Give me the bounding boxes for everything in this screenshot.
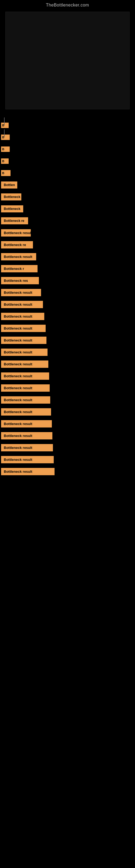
result-label: Bottleneck result <box>1 420 52 428</box>
result-label: Bottleneck r <box>1 193 21 200</box>
result-row: Bottleneck re <box>0 239 135 251</box>
result-row: Bottleneck result <box>0 310 135 322</box>
result-label: Bottleneck result <box>1 444 53 452</box>
result-label: Bottleneck result <box>1 301 43 308</box>
result-label: Bottleneck result <box>1 408 51 415</box>
result-row: Bottleneck result <box>0 370 135 382</box>
result-row: Bottleneck result <box>0 418 135 430</box>
result-label: B <box>1 170 10 176</box>
result-row: Bottleneck result <box>0 334 135 346</box>
result-label: B <box>1 147 10 152</box>
result-label: Bottleneck result <box>1 384 50 392</box>
result-label: Bottleneck r <box>1 265 38 272</box>
result-label: Bottleneck re <box>1 217 28 224</box>
site-title: TheBottlenecker.com <box>0 0 135 9</box>
result-label: Bottleneck result <box>1 468 54 475</box>
result-row: B <box>0 143 135 155</box>
result-label: Bottleneck result <box>1 289 41 296</box>
result-row: Bottleneck result <box>0 322 135 334</box>
result-row: Bottleneck result <box>0 227 135 239</box>
result-row: Bottleneck res <box>0 275 135 286</box>
result-label: Bottleneck result <box>1 372 49 380</box>
result-label: Bottleneck result <box>1 337 46 344</box>
result-label: Bottleneck result <box>1 396 50 404</box>
result-label: B <box>1 158 9 164</box>
result-row: Bottleneck result <box>0 430 135 442</box>
result-row: Bottleneck result <box>0 465 135 477</box>
result-label: Bottleneck <box>1 205 23 212</box>
result-row: Bottleneck re <box>0 215 135 227</box>
result-label: Bottleneck result <box>1 253 36 260</box>
result-label: Bottleneck result <box>1 325 46 332</box>
result-row: Bottleneck result <box>0 286 135 299</box>
result-label: Bottleneck result <box>1 361 48 368</box>
result-label: Bottleneck re <box>1 241 33 248</box>
result-label: Bottleneck res <box>1 277 39 284</box>
result-row: Bottleneck result <box>0 346 135 358</box>
top-section: TheBottlenecker.com <box>0 0 135 114</box>
result-label: Bottleneck result <box>1 229 31 237</box>
result-row: Bottleneck result <box>0 382 135 394</box>
result-row: Bottleneck r <box>0 262 135 275</box>
result-row: Bottlen <box>0 179 135 191</box>
result-row: Bottleneck result <box>0 251 135 262</box>
result-label: Bottlen <box>1 182 17 188</box>
info-row-1 <box>4 125 131 129</box>
info-section <box>0 115 135 144</box>
result-row: Bottleneck result <box>0 299 135 310</box>
result-row: Bottleneck result <box>0 358 135 370</box>
result-row: Bottleneck <box>0 203 135 215</box>
result-row: Bottleneck result <box>0 454 135 465</box>
info-line-2 <box>4 129 5 137</box>
result-row: Bottleneck r <box>0 191 135 203</box>
result-row: B <box>0 167 135 179</box>
result-label: Bottleneck result <box>1 313 44 320</box>
result-label: Bottleneck result <box>1 456 54 463</box>
result-label: Bottleneck result <box>1 348 48 356</box>
result-row: B <box>0 155 135 167</box>
info-row-2 <box>4 137 131 141</box>
page-wrapper: TheBottlenecker.com B B B B B <box>0 0 135 483</box>
chart-area <box>0 12 135 115</box>
result-row: Bottleneck result <box>0 406 135 418</box>
result-label: Bottleneck result <box>1 432 52 439</box>
chart-inner <box>5 12 130 109</box>
results-container: B B B B B Bottlen Bottleneck r Bottlenec… <box>0 114 135 483</box>
result-row: Bottleneck result <box>0 394 135 406</box>
info-line-1 <box>4 118 5 125</box>
result-row: Bottleneck result <box>0 442 135 454</box>
